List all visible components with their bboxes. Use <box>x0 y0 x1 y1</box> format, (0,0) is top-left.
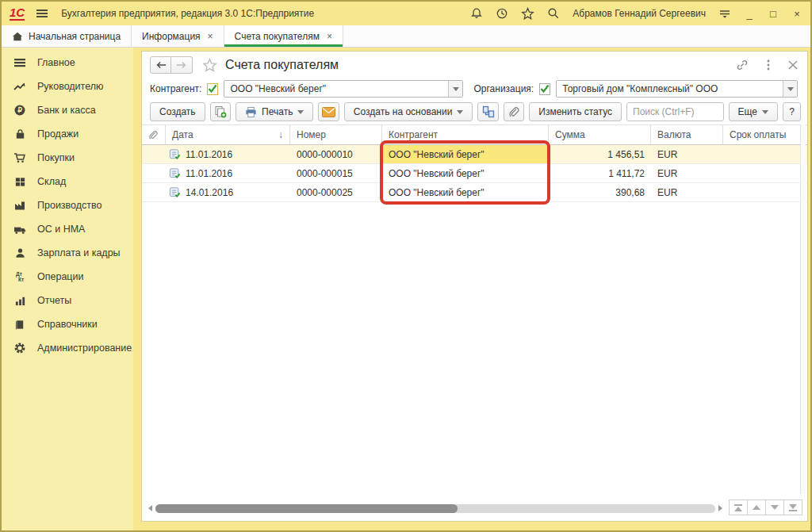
column-header-date[interactable]: Дата ↓ <box>166 125 290 144</box>
sidebar-item-prodazhi[interactable]: Продажи <box>2 122 133 146</box>
organization-dropdown-icon[interactable] <box>783 81 797 97</box>
first-record-button[interactable] <box>729 499 748 515</box>
posted-document-icon <box>169 167 181 179</box>
print-button[interactable]: Печать <box>236 102 313 121</box>
organization-input[interactable] <box>557 81 783 97</box>
sidebar-item-proizvodstvo[interactable]: Производство <box>2 193 133 217</box>
global-search-icon[interactable] <box>547 7 560 20</box>
sidebar-item-sklad[interactable]: Склад <box>2 170 133 193</box>
scroll-left-icon[interactable] <box>148 505 152 511</box>
sidebar-item-pokupki[interactable]: Покупки <box>2 146 133 170</box>
column-header-due-date[interactable]: Срок оплаты <box>723 125 807 144</box>
vertical-scrollbar[interactable] <box>800 124 806 494</box>
horizontal-scroll-track[interactable] <box>155 504 715 513</box>
tab-home[interactable]: Начальная страница <box>2 25 132 47</box>
column-header-counterparty[interactable]: Контрагент <box>382 125 549 144</box>
sidebar-item-otchety[interactable]: Отчеты <box>2 289 133 312</box>
organization-filter-label: Организация: <box>473 83 534 94</box>
record-navigation <box>730 499 802 515</box>
sidebar-item-administrirovanie[interactable]: Администрирование <box>2 336 133 360</box>
notifications-bell-icon[interactable] <box>470 7 483 20</box>
close-window-icon[interactable]: × <box>791 8 802 20</box>
tab-information[interactable]: Информация × <box>132 25 224 47</box>
maximize-window-icon[interactable]: □ <box>768 8 779 20</box>
tab-label: Информация <box>142 31 200 42</box>
column-header-currency[interactable]: Валюта <box>651 125 723 144</box>
favorites-star-icon[interactable] <box>521 7 534 21</box>
organization-combo <box>556 80 798 98</box>
truck-icon <box>13 224 27 235</box>
copy-button[interactable] <box>210 102 231 121</box>
more-dropdown-caret <box>762 110 768 114</box>
content-pane-margin: Счета покупателям <box>133 48 810 530</box>
table-row[interactable]: 14.01.2016 0000-000025 ООО "Невский бере… <box>142 183 807 202</box>
dt-kt-icon: ДтКт <box>13 270 27 283</box>
last-record-button[interactable] <box>783 499 802 515</box>
next-record-button[interactable] <box>765 499 784 515</box>
bag-icon <box>13 128 27 140</box>
sidebar-item-zarplata-kadry[interactable]: Зарплата и кадры <box>2 241 133 265</box>
column-header-number[interactable]: Номер <box>290 125 382 144</box>
more-kebab-icon[interactable] <box>766 59 771 71</box>
favorite-star-icon[interactable] <box>202 58 217 73</box>
horizontal-scrollbar <box>148 503 722 514</box>
main-menu-icon[interactable] <box>36 7 48 20</box>
help-button[interactable]: ? <box>783 102 801 121</box>
related-documents-button[interactable] <box>477 102 498 121</box>
table-header: Дата ↓ Номер Контрагент Сумма Валюта Сро… <box>142 124 807 145</box>
back-arrow-button[interactable] <box>150 56 171 74</box>
app-window: 1С Бухгалтерия предприятия, редакция 3.0… <box>0 0 812 532</box>
posted-document-icon <box>169 148 181 160</box>
column-header-amount[interactable]: Сумма <box>549 125 651 144</box>
customer-invoices-panel: Счета покупателям <box>141 51 808 522</box>
attachments-button[interactable] <box>504 102 524 121</box>
sort-descending-icon[interactable]: ↓ <box>278 129 283 140</box>
create-based-dropdown-caret <box>457 110 463 114</box>
minimize-window-icon[interactable]: _ <box>744 8 755 20</box>
service-menu-icon[interactable] <box>718 7 731 20</box>
table-row[interactable]: 11.01.2016 0000-000010 ООО "Невский бере… <box>142 145 807 164</box>
counterparty-combo <box>224 80 463 98</box>
get-link-icon[interactable] <box>736 59 749 71</box>
command-toolbar: Создать Печать Созд <box>142 99 807 124</box>
tab-close-icon[interactable]: × <box>327 31 332 42</box>
scroll-right-icon[interactable] <box>718 505 722 511</box>
home-icon <box>12 31 23 42</box>
send-email-button[interactable] <box>318 102 339 121</box>
attachment-column-icon[interactable] <box>142 125 166 144</box>
person-icon <box>13 247 27 259</box>
create-based-on-button[interactable]: Создать на основании <box>344 102 473 121</box>
printer-icon <box>245 106 257 118</box>
filter-row: Контрагент: Организация: <box>142 78 807 99</box>
search-input[interactable] <box>627 103 724 121</box>
tab-label: Счета покупателям <box>235 31 320 42</box>
counterparty-dropdown-icon[interactable] <box>448 81 462 97</box>
sidebar-item-glavnoe[interactable]: Главное <box>2 51 133 75</box>
tab-customer-invoices[interactable]: Счета покупателям × <box>224 25 343 47</box>
previous-record-button[interactable] <box>747 499 766 515</box>
window-title: Бухгалтерия предприятия, редакция 3.0 1С… <box>61 8 314 19</box>
sidebar-item-spravochniki[interactable]: Справочники <box>2 312 133 336</box>
close-panel-icon[interactable] <box>788 60 798 70</box>
current-user-name[interactable]: Абрамов Геннадий Сергеевич <box>573 8 706 19</box>
horizontal-scroll-thumb[interactable] <box>155 504 458 513</box>
section-sidebar: Главное Руководителю ₽ Банк и касса Прод… <box>2 48 133 530</box>
book-icon <box>13 319 27 331</box>
sidebar-item-rukovoditelyu[interactable]: Руководителю <box>2 75 133 98</box>
table-row[interactable]: 11.01.2016 0000-000015 ООО "Невский бере… <box>142 164 807 183</box>
counterparty-checkbox[interactable] <box>207 83 218 95</box>
more-button[interactable]: Еще <box>729 102 778 121</box>
sidebar-item-os-nma[interactable]: ОС и НМА <box>2 217 133 241</box>
create-button[interactable]: Создать <box>150 102 205 121</box>
history-icon[interactable] <box>496 7 508 20</box>
organization-checkbox[interactable] <box>539 83 550 95</box>
forward-arrow-button[interactable] <box>171 56 193 74</box>
tab-close-icon[interactable]: × <box>208 31 213 42</box>
change-status-button[interactable]: Изменить статус <box>529 102 622 121</box>
page-title: Счета покупателям <box>225 58 339 72</box>
sidebar-item-bank-kassa[interactable]: ₽ Банк и касса <box>2 98 133 122</box>
tab-bar: Начальная страница Информация × Счета по… <box>2 25 810 48</box>
svg-text:₽: ₽ <box>17 106 22 114</box>
sidebar-item-operacii[interactable]: ДтКт Операции <box>2 265 133 289</box>
counterparty-input[interactable] <box>224 81 448 97</box>
